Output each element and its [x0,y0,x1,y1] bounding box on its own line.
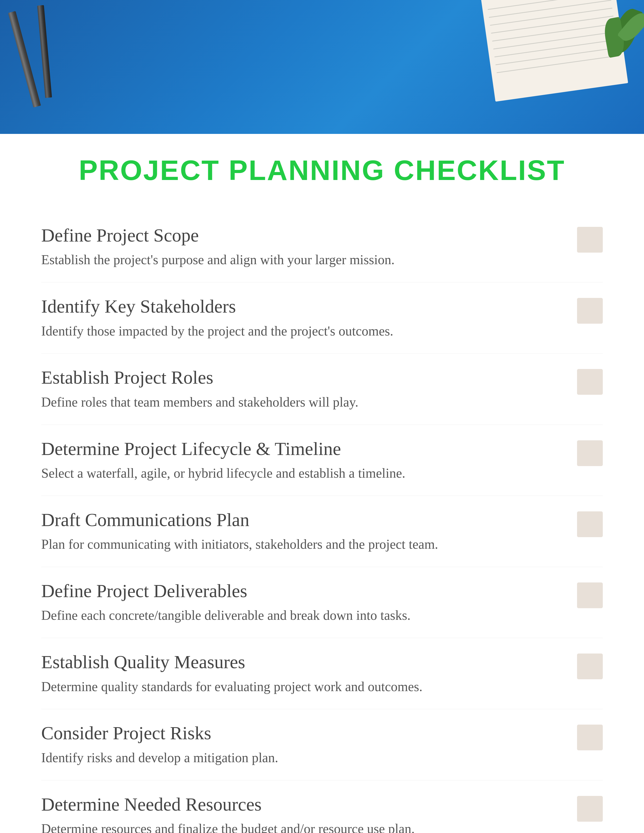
checkbox-identify-key-stakeholders[interactable] [577,298,603,324]
checklist-item-determine-needed-resources: Determine Needed Resources Determine res… [41,780,603,833]
page-title: PROJECT PLANNING CHECKLIST [41,154,603,186]
item-title-determine-needed-resources: Determine Needed Resources [41,793,556,815]
item-description-define-project-scope: Establish the project's purpose and alig… [41,251,556,269]
item-text-define-project-deliverables: Define Project Deliverables Define each … [41,580,577,625]
item-text-draft-communications-plan: Draft Communications Plan Plan for commu… [41,509,577,554]
hero-section [0,0,644,134]
item-text-establish-quality-measures: Establish Quality Measures Determine qua… [41,651,577,696]
hero-background [0,0,644,134]
checkbox-determine-project-lifecycle[interactable] [577,440,603,466]
content-area: PROJECT PLANNING CHECKLIST Define Projec… [0,134,644,833]
item-title-define-project-deliverables: Define Project Deliverables [41,580,556,602]
item-description-establish-quality-measures: Determine quality standards for evaluati… [41,677,556,696]
item-text-determine-needed-resources: Determine Needed Resources Determine res… [41,793,577,833]
item-title-identify-key-stakeholders: Identify Key Stakeholders [41,295,556,317]
checkbox-consider-project-risks[interactable] [577,725,603,750]
checklist-item-identify-key-stakeholders: Identify Key Stakeholders Identify those… [41,283,603,354]
item-text-determine-project-lifecycle: Determine Project Lifecycle & Timeline S… [41,438,577,483]
pen-decoration-2 [37,5,52,98]
item-description-draft-communications-plan: Plan for communicating with initiators, … [41,535,556,554]
plant-decoration [592,3,644,75]
item-title-establish-quality-measures: Establish Quality Measures [41,651,556,673]
item-text-establish-project-roles: Establish Project Roles Define roles tha… [41,367,577,412]
item-text-identify-key-stakeholders: Identify Key Stakeholders Identify those… [41,295,577,341]
item-title-establish-project-roles: Establish Project Roles [41,367,556,389]
checkbox-define-project-scope[interactable] [577,227,603,252]
item-description-consider-project-risks: Identify risks and develop a mitigation … [41,749,556,767]
checklist-item-consider-project-risks: Consider Project Risks Identify risks an… [41,709,603,780]
checklist-item-establish-project-roles: Establish Project Roles Define roles tha… [41,354,603,425]
checklist-item-draft-communications-plan: Draft Communications Plan Plan for commu… [41,496,603,567]
pen-decoration-1 [8,11,41,108]
checklist-item-define-project-scope: Define Project Scope Establish the proje… [41,211,603,283]
item-title-draft-communications-plan: Draft Communications Plan [41,509,556,531]
item-description-identify-key-stakeholders: Identify those impacted by the project a… [41,322,556,341]
checkbox-draft-communications-plan[interactable] [577,511,603,537]
item-description-determine-needed-resources: Determine resources and finalize the bud… [41,820,556,833]
item-title-define-project-scope: Define Project Scope [41,224,556,246]
item-text-consider-project-risks: Consider Project Risks Identify risks an… [41,722,577,767]
checkbox-determine-needed-resources[interactable] [577,796,603,822]
item-description-establish-project-roles: Define roles that team members and stake… [41,393,556,412]
checklist-item-establish-quality-measures: Establish Quality Measures Determine qua… [41,638,603,709]
item-description-determine-project-lifecycle: Select a waterfall, agile, or hybrid lif… [41,464,556,483]
checklist-item-determine-project-lifecycle: Determine Project Lifecycle & Timeline S… [41,425,603,496]
item-description-define-project-deliverables: Define each concrete/tangible deliverabl… [41,606,556,625]
checklist: Define Project Scope Establish the proje… [41,211,603,833]
item-text-define-project-scope: Define Project Scope Establish the proje… [41,224,577,269]
item-title-consider-project-risks: Consider Project Risks [41,722,556,744]
checkbox-define-project-deliverables[interactable] [577,582,603,608]
checklist-item-define-project-deliverables: Define Project Deliverables Define each … [41,567,603,638]
checkbox-establish-quality-measures[interactable] [577,653,603,679]
item-title-determine-project-lifecycle: Determine Project Lifecycle & Timeline [41,438,556,460]
checkbox-establish-project-roles[interactable] [577,369,603,395]
